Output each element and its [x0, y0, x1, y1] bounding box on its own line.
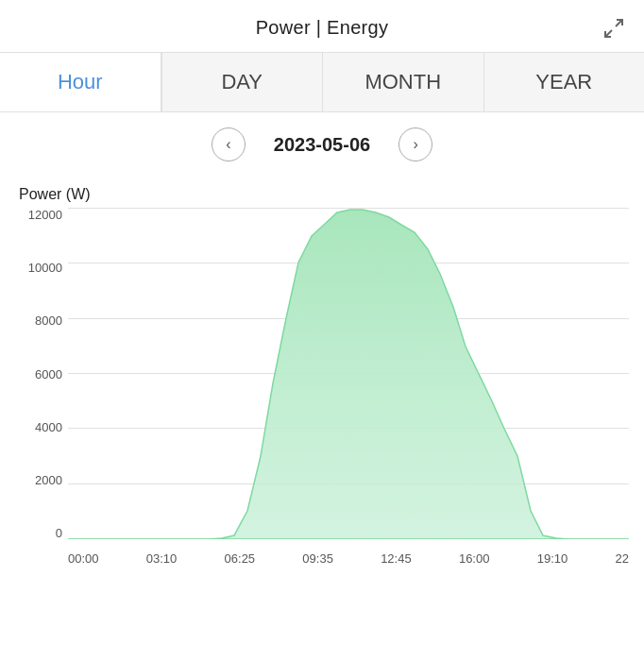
chart-y-label: Power (W) — [19, 186, 629, 203]
x-tick-1245: 12:45 — [381, 551, 412, 566]
power-chart — [68, 209, 629, 539]
y-tick-4000: 4000 — [35, 421, 62, 433]
x-axis: 00:00 03:10 06:25 09:35 12:45 16:00 19:1… — [68, 539, 629, 568]
expand-icon[interactable] — [602, 17, 625, 40]
chart-container: 0 2000 4000 6000 8000 10000 12000 — [15, 209, 629, 568]
tabs-bar: Hour DAY MONTH YEAR — [0, 52, 644, 112]
svg-line-1 — [605, 30, 612, 37]
y-tick-10000: 10000 — [28, 262, 62, 274]
x-tick-0625: 06:25 — [225, 551, 256, 566]
x-tick-22: 22 — [615, 551, 628, 566]
current-date: 2023-05-06 — [274, 134, 370, 156]
date-navigation: ‹ 2023-05-06 › — [0, 112, 644, 177]
y-tick-0: 0 — [56, 527, 62, 539]
tab-month[interactable]: MONTH — [322, 53, 483, 111]
svg-line-0 — [616, 20, 622, 26]
chart-section: Power (W) 0 2000 4000 6000 8000 10000 12… — [0, 177, 644, 568]
tab-day[interactable]: DAY — [161, 53, 323, 111]
x-tick-1600: 16:00 — [459, 551, 490, 566]
x-tick-0310: 03:10 — [146, 551, 178, 566]
x-tick-0000: 00:00 — [68, 551, 99, 566]
y-tick-8000: 8000 — [35, 314, 62, 327]
y-axis: 0 2000 4000 6000 8000 10000 12000 — [15, 209, 68, 539]
y-tick-2000: 2000 — [35, 474, 62, 486]
chart-inner — [68, 209, 629, 539]
page-title: Power | Energy — [256, 17, 389, 39]
x-tick-0935: 09:35 — [302, 551, 333, 566]
tab-year[interactable]: YEAR — [483, 53, 645, 111]
x-tick-1910: 19:10 — [537, 551, 568, 566]
prev-date-button[interactable]: ‹ — [212, 127, 246, 161]
header: Power | Energy — [0, 0, 644, 52]
y-tick-12000: 12000 — [28, 209, 62, 221]
y-tick-6000: 6000 — [35, 368, 62, 381]
tab-hour[interactable]: Hour — [0, 53, 161, 111]
next-date-button[interactable]: › — [398, 127, 432, 161]
